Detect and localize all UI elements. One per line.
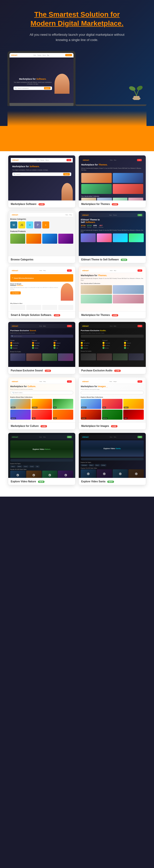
video-thumb-4: ▶ (58, 471, 73, 478)
demo-card-software[interactable]: eldmart Home Features Demos LIVE Marketp… (8, 155, 75, 208)
img-banner-2: SALE (102, 399, 123, 409)
featured-item-4 (58, 234, 73, 244)
images-search-bar[interactable] (81, 391, 144, 394)
sound-search-bar[interactable]: 🔍 Search sounds... (10, 335, 73, 338)
categories-title: Browse Categories (10, 218, 73, 220)
demo7-label: Purchase Exclusive Sound LIVE (8, 367, 75, 374)
audio-popular-list: Popular Hip Hop Beat Jazz Mood Electroni… (81, 340, 100, 349)
culture-orange: DEAL (53, 410, 73, 420)
images-explore-title: Explore Brand New Collections (81, 396, 144, 398)
santa-search[interactable] (81, 458, 144, 460)
demo-card-images[interactable]: eldmart Home Images LIVE Marketplace for… (79, 377, 146, 430)
sound-thumb-2 (26, 353, 41, 361)
sound-browse-section: Browse Our Audios (10, 351, 73, 361)
wp-icon: W (10, 221, 17, 228)
sound-popular-list: Popular Hip Hop Beat Jazz Mood Electroni… (10, 340, 30, 349)
video-nature-thumbs: ▶ ▶ ▶ ▶ (10, 471, 73, 478)
video-santa-banner: Explore Video Santa. (81, 440, 144, 457)
demo2-label: Marketplace for Themes LIVE (79, 200, 146, 208)
laptop-base (9, 103, 73, 106)
smart-cta[interactable]: Get Started (10, 291, 21, 294)
demo-card-video-santa[interactable]: eldmart Home Video NEW Explore Video San… (79, 433, 146, 485)
hero-subtitle: All you need to effortlessly launch your… (27, 32, 127, 43)
demo-card-audio[interactable]: eldmart Home Audio LIVE Purchase Exclusi… (79, 322, 146, 374)
sound-thumb-3 (42, 353, 58, 361)
laptop-search-bar[interactable]: 🔍 Search marketplace... Search (13, 87, 52, 90)
culture-search-bar[interactable]: 🔍 Search culture... (10, 391, 73, 394)
santa-thumb-4: ▶ (128, 469, 144, 478)
svg-rect-7 (133, 96, 140, 100)
stat-num2: 457 Customers (98, 224, 103, 228)
sound-thumbnails (10, 353, 73, 361)
culture-sale: SALE (31, 410, 52, 420)
featured-products-title: Featured Products (10, 230, 73, 232)
hero-gradient-transition (7, 111, 147, 126)
audio-featured-list: Featured Rock Solid Pop Music Ambient (102, 340, 122, 349)
demo-screen-sound: eldmart Home Audio LIVE Purchase Exclusi… (8, 322, 75, 367)
demo-card-sound[interactable]: eldmart Home Audio LIVE Purchase Exclusi… (8, 322, 75, 374)
laptop-person (55, 74, 69, 94)
demo-screen-eldmart: eldmart Home Themes NEW Eldmart Theme to… (79, 211, 146, 256)
video-search[interactable] (10, 459, 73, 462)
laptop-screen: eldmart Home Features Demos Blog Purchas… (9, 53, 73, 103)
demo9-label: Marketplace for Culture LIVE (8, 423, 75, 429)
featured-item-1 (10, 234, 25, 244)
laptop-mockup: eldmart Home Features Demos Blog Purchas… (7, 49, 147, 106)
all-icon: + (42, 221, 49, 228)
demo-screen-smart: eldmart Home Shop LIVE 🏆 Award Winning M… (8, 267, 75, 311)
demos-container: eldmart Home Features Demos LIVE Marketp… (0, 151, 154, 489)
demo12-label: Explore Video Santa NEW (79, 478, 146, 485)
demo-card-categories[interactable]: eldmart Home Shop Browse Categories W JS… (8, 211, 75, 263)
stat-price1: $739 Total Sales (81, 224, 86, 228)
handcrafted-collection: Our Handcrafted Collection (81, 195, 143, 200)
audio-latest-list: Latest Classical Dance Lofi (124, 340, 144, 349)
demo-card-video-nature[interactable]: eldmart Home Video NEW Explore Video Nat… (8, 433, 75, 485)
demo-screen-images: eldmart Home Images LIVE Marketplace for… (79, 377, 146, 423)
laptop-hero-text: Marketplace for Software. (13, 78, 52, 81)
video-thumb-3: ▶ (42, 471, 58, 478)
smart-why: Why Eldmart is Best (10, 303, 73, 310)
demo8-label: Purchase Exclusive Audio LIVE (79, 367, 146, 374)
eldmart-item-2 (97, 234, 112, 242)
laptop-screen-content: Marketplace for Software. Your digital m… (9, 59, 73, 103)
eldmart-item-4 (129, 234, 144, 242)
demo-screen-themes2: eldmart Home Shop LIVE Marketplace for T… (79, 267, 146, 311)
demo-screen-culture: eldmart Home Shop LIVE Marketplace for C… (8, 377, 75, 423)
demo-card-themes2[interactable]: eldmart Home Shop LIVE Marketplace for T… (79, 266, 146, 319)
culture-banner: BANNER (10, 410, 31, 420)
software-hero: Marketplace for Software. (12, 165, 71, 168)
hero-title: The Smartest Solution for Modern Digital… (7, 10, 147, 28)
culture-bike: BIKE (53, 399, 73, 409)
eldmart-title: Eldmart Theme toSell Software. (81, 218, 144, 223)
sound-thumb-4 (58, 353, 73, 361)
software-search[interactable]: 🔍 Search... Search (12, 173, 71, 176)
laptop-body: eldmart Home Features Demos Blog Purchas… (7, 51, 75, 106)
images-hero: Marketplace for Images _ (81, 385, 144, 388)
sound-category-lists: Popular Hip Hop Beat Jazz Mood Electroni… (10, 340, 73, 349)
featured-items (10, 234, 73, 244)
demo3-ratings (10, 245, 73, 250)
stat-num1: 970 Products (93, 224, 97, 228)
demo1-label: Marketplace Software LIVE (8, 200, 75, 208)
demo-card-themes[interactable]: eldmart Home Shop LIVE Marketplace for T… (79, 155, 146, 208)
category-icons: W JS ⚛ P + (10, 221, 73, 228)
laptop-foot (75, 104, 147, 106)
laptop-logo: eldmart (11, 54, 17, 56)
stat-price2: $710 Revenue (87, 224, 92, 228)
audio-search-bar[interactable] (81, 335, 144, 338)
demo10-label: Marketplace for Images LIVE (79, 423, 146, 429)
img-banner-6: DARK (123, 410, 144, 420)
demo-card-smart[interactable]: eldmart Home Shop LIVE 🏆 Award Winning M… (8, 266, 75, 319)
hero-section: The Smartest Solution for Modern Digital… (0, 0, 154, 126)
culture-explore-title: Explore Brand New Collections (10, 396, 73, 398)
demo-card-eldmart[interactable]: eldmart Home Themes NEW Eldmart Theme to… (79, 211, 146, 263)
demo4-label: Eldmart Theme to Sell Software NEW (79, 256, 146, 263)
demo1-nav: eldmart Home Features Demos LIVE (11, 158, 73, 162)
themes2-grid (81, 285, 144, 303)
demo5-label: Smart & Simple Solution Software. LIVE (8, 311, 75, 318)
img-banner-4: SUNSET (81, 410, 101, 420)
demo-card-culture[interactable]: eldmart Home Shop LIVE Marketplace for C… (8, 377, 75, 430)
santa-popular-label: Popular 4K & 8K Stock Video (81, 467, 144, 469)
audio-thumbnails (81, 353, 144, 361)
audio-thumb-1 (81, 353, 96, 361)
